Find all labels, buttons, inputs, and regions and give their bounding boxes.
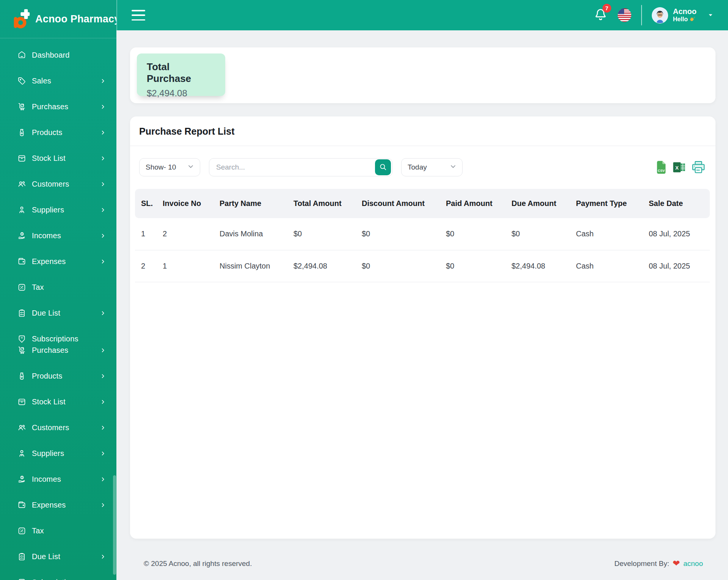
cell-total-amount: $2,494.08 bbox=[290, 250, 359, 282]
column-header-payment-type: Payment Type bbox=[573, 189, 646, 218]
table-row: 21Nissim Clayton$2,494.08$0$0$2,494.08Ca… bbox=[135, 250, 710, 282]
sidebar-item-suppliers[interactable]: Suppliers bbox=[17, 202, 106, 217]
cell-discount-amount: $0 bbox=[359, 250, 443, 282]
chevron-right-icon bbox=[100, 233, 106, 239]
print-icon[interactable] bbox=[691, 160, 706, 174]
sidebar-item-label: Tax bbox=[32, 283, 44, 292]
brand-name: Acnoo Pharmacy bbox=[35, 13, 116, 25]
sidebar-item-label: Products bbox=[32, 372, 63, 380]
greeting-text: Hello bbox=[673, 16, 688, 23]
chevron-right-icon bbox=[100, 104, 106, 110]
page-title: Purchase Report List bbox=[139, 126, 706, 137]
sidebar-item-label: Suppliers bbox=[32, 206, 64, 214]
search-icon bbox=[379, 163, 387, 172]
search-input[interactable] bbox=[216, 163, 375, 171]
export-buttons: CSV X bbox=[656, 160, 706, 174]
sidebar-item-stock-list[interactable]: Stock List bbox=[17, 394, 106, 409]
sidebar-item-sales[interactable]: Sales bbox=[17, 73, 106, 88]
percent-icon bbox=[17, 282, 27, 292]
total-purchase-card: Total Purchase $2,494.08 bbox=[137, 53, 225, 96]
sidebar-item-due-list[interactable]: Due List bbox=[17, 549, 106, 564]
column-header-due-amount: Due Amount bbox=[508, 189, 573, 218]
cart-icon bbox=[17, 345, 27, 355]
language-flag-us-icon[interactable] bbox=[618, 8, 631, 22]
search-box bbox=[209, 158, 392, 176]
person-icon bbox=[17, 448, 27, 458]
sidebar-item-products[interactable]: Products bbox=[17, 368, 106, 384]
chevron-down-icon bbox=[187, 163, 195, 172]
brand-logo-icon bbox=[13, 9, 30, 29]
table-row: 12Davis Molina$0$0$0$0Cash08 Jul, 2025 bbox=[135, 218, 710, 250]
menu-toggle-button[interactable] bbox=[132, 10, 146, 20]
copyright-text: © 2025 Acnoo, all rights reserved. bbox=[144, 560, 252, 568]
sidebar-item-label: Purchases bbox=[32, 102, 68, 111]
show-entries-select[interactable]: Show- 10 bbox=[139, 158, 200, 176]
sidebar-item-incomes[interactable]: $Incomes bbox=[17, 472, 106, 487]
table-body: 12Davis Molina$0$0$0$0Cash08 Jul, 202521… bbox=[135, 218, 710, 282]
topbar: 7 bbox=[116, 0, 728, 30]
report-controls: Show- 10 Toda bbox=[130, 146, 715, 176]
column-header-discount-amount: Discount Amount bbox=[359, 189, 443, 218]
export-csv-icon[interactable]: CSV bbox=[656, 160, 667, 174]
box-icon bbox=[17, 397, 27, 407]
cell-payment-type: Cash bbox=[573, 250, 646, 282]
sidebar-item-label: Incomes bbox=[32, 475, 61, 484]
users-icon bbox=[17, 423, 27, 432]
sidebar-item-tax[interactable]: Tax bbox=[17, 280, 106, 295]
development-by-label: Development By: bbox=[614, 560, 669, 568]
clipboard-icon bbox=[17, 552, 27, 561]
sidebar-item-expenses[interactable]: Expenses bbox=[17, 497, 106, 512]
bottle-icon bbox=[17, 127, 27, 137]
sidebar-item-purchases[interactable]: Purchases bbox=[17, 99, 106, 114]
cell-paid-amount: $0 bbox=[443, 218, 508, 250]
sidebar-item-purchases[interactable]: Purchases bbox=[17, 343, 106, 358]
chevron-right-icon bbox=[100, 554, 106, 560]
heart-icon: ❤ bbox=[673, 559, 680, 568]
brand: Acnoo Pharmacy bbox=[0, 0, 116, 38]
chevron-right-icon bbox=[100, 425, 106, 431]
chevron-down-icon bbox=[449, 163, 457, 172]
export-excel-icon[interactable]: X bbox=[673, 161, 686, 174]
chevron-right-icon bbox=[100, 181, 106, 187]
notifications-button[interactable]: 7 bbox=[593, 7, 608, 23]
box-icon bbox=[17, 153, 27, 163]
sidebar-item-label: Dashboard bbox=[32, 51, 70, 60]
chevron-right-icon bbox=[100, 502, 106, 508]
sidebar-item-due-list[interactable]: Due List bbox=[17, 305, 106, 321]
percent-icon bbox=[17, 526, 27, 536]
total-purchase-value: $2,494.08 bbox=[147, 88, 215, 99]
svg-text:$: $ bbox=[21, 233, 23, 235]
sidebar-item-incomes[interactable]: $Incomes bbox=[17, 228, 106, 243]
cell-due-amount: $2,494.08 bbox=[508, 250, 573, 282]
developer-link[interactable]: acnoo bbox=[683, 560, 703, 568]
coin-hand-icon: $ bbox=[17, 231, 27, 240]
sidebar-item-customers[interactable]: Customers bbox=[17, 420, 106, 435]
column-header-total-amount: Total Amount bbox=[290, 189, 359, 218]
sidebar-item-dashboard[interactable]: Dashboard bbox=[17, 47, 106, 63]
sidebar-item-customers[interactable]: Customers bbox=[17, 176, 106, 192]
clipboard-icon bbox=[17, 308, 27, 318]
sidebar-item-products[interactable]: Products bbox=[17, 125, 106, 140]
column-header-party-name: Party Name bbox=[217, 189, 290, 218]
sidebar-item-suppliers[interactable]: Suppliers bbox=[17, 446, 106, 461]
chevron-right-icon bbox=[100, 399, 106, 405]
column-header-sl: SL. bbox=[135, 189, 160, 218]
search-button[interactable] bbox=[375, 159, 391, 175]
cell-sale-date: 08 Jul, 2025 bbox=[646, 218, 710, 250]
chevron-right-icon bbox=[100, 310, 106, 316]
avatar bbox=[652, 7, 668, 24]
sidebar-scrollbar[interactable] bbox=[113, 475, 116, 575]
user-menu[interactable]: Acnoo Hello bbox=[652, 7, 714, 24]
sidebar-item-expenses[interactable]: Expenses bbox=[17, 254, 106, 269]
cell-sl: 2 bbox=[135, 250, 160, 282]
sidebar-item-tax[interactable]: Tax bbox=[17, 523, 106, 538]
date-filter-select[interactable]: Today bbox=[401, 158, 463, 176]
sidebar-item-label: Subscriptions bbox=[32, 335, 78, 343]
chevron-right-icon bbox=[100, 476, 106, 482]
cell-sale-date: 08 Jul, 2025 bbox=[646, 250, 710, 282]
sidebar-item-label: Expenses bbox=[32, 257, 66, 266]
sidebar-item-stock-list[interactable]: Stock List bbox=[17, 151, 106, 166]
sidebar-item-subscriptions[interactable]: Subscriptions bbox=[17, 575, 106, 580]
cell-sl: 1 bbox=[135, 218, 160, 250]
cell-party-name: Davis Molina bbox=[217, 218, 290, 250]
